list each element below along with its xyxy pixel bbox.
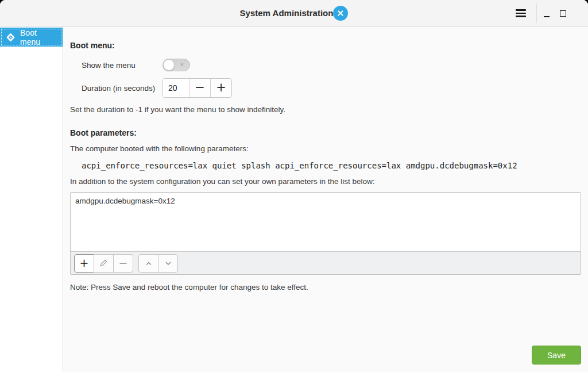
chevron-up-icon (144, 259, 153, 268)
booted-parameters-value: acpi_enforce_resources=lax quiet splash … (82, 160, 581, 171)
maximize-icon (560, 10, 566, 17)
close-icon (337, 10, 344, 17)
minimize-icon (544, 16, 550, 17)
plus-icon: + (80, 258, 89, 269)
minus-icon: − (119, 258, 128, 269)
window-title: System Administration (240, 8, 334, 18)
sidebar-item-boot-menu[interactable]: Boot menu (0, 28, 63, 47)
main-content: Boot menu: Show the menu × Duration (in … (63, 26, 588, 372)
duration-label: Duration (in seconds) (82, 84, 163, 93)
toggle-off-icon: × (180, 62, 184, 68)
close-button[interactable] (333, 6, 348, 21)
duration-row: Duration (in seconds) − + (82, 78, 581, 98)
boot-menu-heading: Boot menu: (70, 40, 581, 51)
duration-increment-button[interactable]: + (210, 79, 231, 97)
boot-menu-icon (6, 32, 16, 43)
chevron-down-icon (164, 259, 173, 268)
sidebar: Boot menu (0, 26, 63, 372)
duration-input[interactable] (163, 79, 189, 97)
edit-button-group: + − (74, 254, 133, 273)
plus-icon: + (216, 82, 226, 94)
duration-hint: Set the duration to -1 if you want the m… (70, 105, 581, 115)
duration-spinbox: − + (163, 78, 232, 98)
titlebar-separator (536, 3, 537, 23)
show-menu-toggle[interactable]: × (163, 59, 190, 71)
pencil-icon (99, 259, 108, 267)
minus-icon: − (195, 82, 205, 94)
titlebar: System Administration (0, 0, 588, 26)
hamburger-icon (516, 13, 526, 14)
maximize-button[interactable] (555, 3, 571, 24)
parameters-toolbar: + − (71, 251, 581, 274)
app-menu-button[interactable] (510, 3, 531, 24)
parameter-list-item[interactable]: amdgpu.dcdebugmask=0x12 (71, 193, 581, 209)
own-parameters-label: In addition to the system configuration … (70, 177, 581, 187)
hamburger-icon (516, 16, 526, 17)
move-up-button[interactable] (138, 254, 158, 273)
parameters-list-frame: amdgpu.dcdebugmask=0x12 + − (70, 192, 581, 275)
window-body: Boot menu Boot menu: Show the menu × Dur… (0, 26, 588, 372)
toggle-knob (163, 59, 175, 71)
save-button[interactable]: Save (532, 346, 581, 365)
show-menu-row: Show the menu × (82, 59, 581, 71)
add-parameter-button[interactable]: + (74, 254, 94, 273)
sidebar-item-label: Boot menu (20, 28, 57, 47)
save-note: Note: Press Save and reboot the computer… (70, 282, 581, 293)
parameters-list[interactable]: amdgpu.dcdebugmask=0x12 (71, 193, 581, 251)
booted-with-label: The computer booted with the following p… (70, 144, 581, 154)
system-administration-window: System Administration (0, 0, 588, 372)
move-button-group (138, 254, 178, 273)
boot-parameters-heading: Boot parameters: (70, 128, 581, 139)
remove-parameter-button[interactable]: − (113, 254, 133, 273)
edit-parameter-button[interactable] (94, 254, 114, 273)
hamburger-icon (516, 9, 526, 11)
minimize-button[interactable] (539, 3, 555, 24)
duration-decrement-button[interactable]: − (189, 79, 210, 97)
show-menu-label: Show the menu (82, 61, 163, 70)
move-down-button[interactable] (158, 254, 178, 273)
